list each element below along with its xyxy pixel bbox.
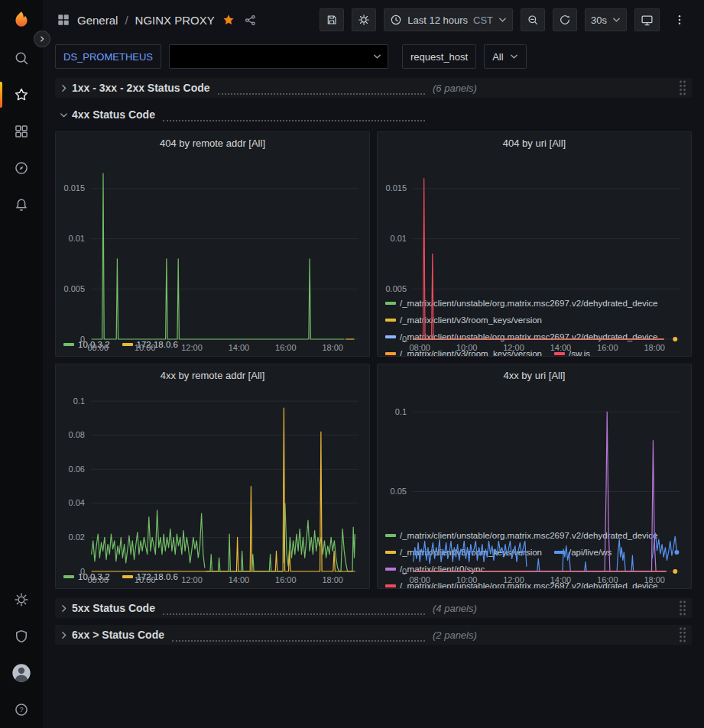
- dotted-leader: [163, 108, 425, 121]
- request-host-variable-label[interactable]: request_host: [402, 44, 476, 69]
- panel-header[interactable]: 404 by uri [All]: [378, 132, 691, 154]
- panel-header[interactable]: 4xx by uri [All]: [378, 364, 691, 386]
- tv-mode-button[interactable]: [634, 8, 660, 31]
- clock-icon: [390, 14, 402, 26]
- shield-icon: [14, 629, 29, 644]
- svg-text:16:00: 16:00: [597, 343, 618, 352]
- request-host-value: All: [492, 51, 503, 63]
- svg-text:0.1: 0.1: [73, 396, 85, 406]
- svg-text:18:00: 18:00: [322, 343, 343, 352]
- panel-title: 4xx by remote addr [All]: [161, 370, 265, 381]
- star-filled-icon: [222, 13, 235, 27]
- panel-header[interactable]: 404 by remote addr [All]: [56, 132, 369, 154]
- breadcrumb-separator: /: [125, 14, 128, 27]
- sidebar-item-starred[interactable]: [0, 76, 43, 113]
- svg-text:0.04: 0.04: [69, 498, 85, 507]
- refresh-interval-value: 30s: [591, 15, 607, 26]
- svg-text:14:00: 14:00: [229, 575, 250, 584]
- svg-text:16:00: 16:00: [275, 575, 297, 584]
- chevron-right-icon: [55, 83, 72, 93]
- sidebar-item-alerting[interactable]: [0, 186, 43, 223]
- sidebar-item-explore[interactable]: [0, 150, 43, 186]
- chevron-right-icon: [55, 603, 72, 613]
- svg-text:12:00: 12:00: [503, 343, 524, 352]
- refresh-interval-select[interactable]: 30s: [585, 8, 627, 31]
- svg-text:18:00: 18:00: [644, 343, 665, 352]
- svg-text:0: 0: [80, 335, 85, 344]
- chevron-down-icon: [373, 53, 381, 60]
- refresh-icon: [559, 14, 571, 26]
- favorite-star-button[interactable]: [222, 13, 235, 27]
- panel-4xx-by-uri: 4xx by uri [All] 00.050.108:0010:0012:00…: [377, 364, 692, 589]
- breadcrumb-folder[interactable]: General: [77, 14, 118, 27]
- svg-text:0.05: 0.05: [391, 487, 407, 496]
- gear-icon: [14, 592, 29, 607]
- timeseries-chart-404-by-uri[interactable]: 00.0050.010.01508:0010:0012:0014:0016:00…: [378, 154, 691, 295]
- row-drag-handle[interactable]: [677, 600, 692, 616]
- row-header-5xx[interactable]: 5xx Status Code (4 panels): [55, 598, 692, 618]
- bell-icon: [14, 197, 29, 212]
- zoom-out-time-button[interactable]: [521, 8, 545, 31]
- row-title-group: 1xx - 3xx - 2xx Status Code: [72, 82, 425, 95]
- row-drag-handle[interactable]: [677, 626, 692, 643]
- more-options-button[interactable]: [667, 8, 692, 31]
- svg-text:14:00: 14:00: [550, 575, 572, 584]
- svg-text:18:00: 18:00: [322, 575, 343, 584]
- gear-icon: [358, 14, 370, 26]
- row-header-6xx[interactable]: 6xx > Status Code (2 panels): [55, 625, 692, 645]
- svg-text:0.02: 0.02: [69, 532, 85, 542]
- row-title: 4xx Status Code: [72, 108, 155, 121]
- sidebar-expand-button[interactable]: [34, 31, 50, 47]
- sidebar-spacer: [0, 223, 43, 581]
- svg-text:16:00: 16:00: [597, 575, 618, 584]
- panel-title: 404 by remote addr [All]: [160, 138, 265, 149]
- zoom-out-icon: [527, 14, 539, 26]
- svg-text:0.01: 0.01: [391, 234, 407, 243]
- save-icon: [326, 14, 338, 26]
- svg-text:16:00: 16:00: [275, 343, 297, 352]
- datasource-variable-label[interactable]: DS_PROMETHEUS: [55, 44, 161, 69]
- svg-text:10:00: 10:00: [456, 343, 478, 352]
- sidebar-item-help[interactable]: ?: [0, 691, 43, 728]
- dashboards-grid-icon: [14, 124, 29, 139]
- compass-icon: [14, 160, 29, 176]
- request-host-select[interactable]: All: [484, 44, 526, 69]
- save-dashboard-button[interactable]: [320, 8, 344, 31]
- svg-text:0: 0: [80, 567, 85, 576]
- share-dashboard-button[interactable]: [244, 14, 257, 27]
- apps-grid-icon: [57, 13, 70, 27]
- svg-text:10:00: 10:00: [135, 343, 156, 352]
- sidebar-item-profile[interactable]: [0, 655, 43, 691]
- timeseries-chart-404-by-remote-addr[interactable]: 00.0050.010.01508:0010:0012:0014:0016:00…: [56, 154, 369, 336]
- drag-handle-icon: [677, 626, 688, 643]
- datasource-select[interactable]: [169, 44, 388, 69]
- row-drag-handle[interactable]: [677, 79, 692, 96]
- row-panel-count: (6 panels): [433, 83, 477, 94]
- time-range-picker[interactable]: Last 12 hours CST: [384, 8, 513, 31]
- panel-header[interactable]: 4xx by remote addr [All]: [56, 364, 369, 386]
- panel-404-by-remote-addr: 404 by remote addr [All] 00.0050.010.015…: [55, 131, 370, 357]
- panel-404-by-uri: 404 by uri [All] 00.0050.010.01508:0010:…: [377, 131, 692, 357]
- timeseries-chart-4xx-by-uri[interactable]: 00.050.108:0010:0012:0014:0016:0018:00: [378, 386, 691, 527]
- sidebar-item-server-admin[interactable]: [0, 618, 43, 655]
- svg-text:08:00: 08:00: [87, 575, 109, 584]
- sidebar-item-dashboards[interactable]: [0, 113, 43, 150]
- row-header-1xx-3xx-2xx[interactable]: 1xx - 3xx - 2xx Status Code (6 panels): [55, 78, 692, 98]
- svg-text:0.005: 0.005: [63, 284, 85, 293]
- main-area: General / NGINX PROXY: [43, 0, 704, 728]
- row-header-4xx[interactable]: 4xx Status Code: [55, 105, 692, 125]
- dashboard-settings-button[interactable]: [352, 8, 376, 31]
- row-title-group: 4xx Status Code: [72, 108, 425, 121]
- panel-title: 404 by uri [All]: [503, 138, 566, 149]
- breadcrumb-dashboard-title[interactable]: NGINX PROXY: [135, 14, 215, 27]
- svg-text:14:00: 14:00: [550, 343, 572, 352]
- timeseries-chart-4xx-by-remote-addr[interactable]: 00.020.040.060.080.108:0010:0012:0014:00…: [56, 386, 369, 568]
- dashboard-navbar: General / NGINX PROXY: [43, 0, 704, 40]
- refresh-dashboard-button[interactable]: [553, 8, 577, 31]
- help-circle-icon: ?: [14, 702, 29, 717]
- sidebar-item-configuration[interactable]: [0, 581, 43, 618]
- monitor-icon: [641, 14, 654, 27]
- svg-text:10:00: 10:00: [135, 575, 156, 584]
- svg-text:0.1: 0.1: [395, 407, 407, 416]
- sidebar: ?: [0, 0, 43, 728]
